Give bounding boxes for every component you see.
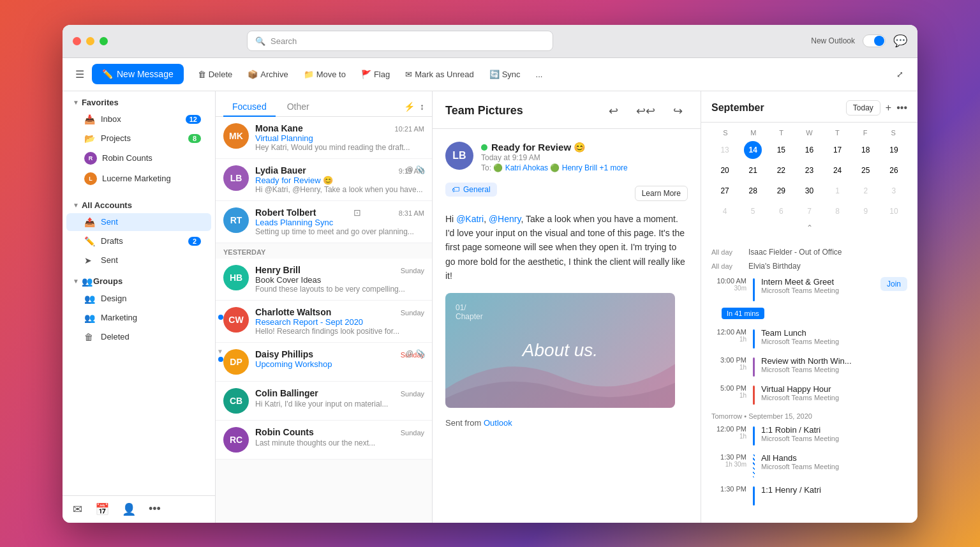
search-bar[interactable]: 🔍 Search — [247, 31, 553, 51]
email-reader-title: Team Pictures — [445, 104, 596, 117]
notification-icon[interactable]: 💬 — [893, 34, 907, 48]
cal-day[interactable]: 3 — [885, 182, 903, 200]
favorites-section[interactable]: ▼ Favorites — [63, 91, 215, 110]
cal-day[interactable]: 19 — [885, 141, 903, 159]
email-item[interactable]: LB Lydia Bauer 9:19 AM Ready for Review … — [216, 159, 432, 201]
cal-day[interactable]: 23 — [800, 161, 818, 179]
join-button[interactable]: Join — [880, 277, 907, 291]
reply-all-button[interactable]: ↩↩ — [631, 101, 660, 121]
mark-unread-button[interactable]: ✉ Mark as Unread — [399, 66, 480, 83]
calendar-event: 10:00 AM 30m Intern Meet & Greet Microso… — [701, 273, 917, 305]
mention-katri[interactable]: @Katri — [456, 214, 484, 224]
cal-day[interactable]: 17 — [829, 141, 847, 159]
outlook-link[interactable]: Outlook — [484, 418, 512, 428]
contacts-nav-icon[interactable]: 👤 — [122, 502, 136, 516]
reply-button[interactable]: ↩ — [604, 101, 623, 121]
mention-henry[interactable]: @Henry — [489, 214, 521, 224]
cal-day[interactable]: 1 — [829, 182, 847, 200]
calendar-grid: S M T W T F S 13 14 15 16 17 18 19 20 — [701, 123, 917, 240]
sidebar-item-sent-sub[interactable]: ➤ Sent — [66, 251, 211, 269]
cal-day[interactable]: 18 — [857, 141, 875, 159]
move-to-button[interactable]: 📁 Move to — [297, 66, 352, 83]
cal-day[interactable]: 30 — [800, 182, 818, 200]
email-item[interactable]: MK Mona Kane 10:21 AM Virtual Planning H… — [216, 117, 432, 159]
cal-day[interactable]: 5 — [744, 202, 762, 220]
cal-day[interactable]: 26 — [885, 161, 903, 179]
cal-day[interactable]: 2 — [857, 182, 875, 200]
new-message-button[interactable]: ✏️ New Message — [92, 64, 184, 84]
sidebar-item-lucerne[interactable]: L Lucerne Marketing — [66, 169, 211, 188]
sidebar-item-robin[interactable]: R Robin Counts — [66, 149, 211, 168]
sidebar-item-design[interactable]: 👥 Design — [66, 290, 211, 308]
email-item[interactable]: RT Robert Tolbert ⊡ 8:31 AM Leads Planni… — [216, 201, 432, 243]
message-from: Ready for Review 😊 — [481, 142, 628, 153]
sidebar-item-deleted[interactable]: 🗑 Deleted — [66, 328, 211, 346]
learn-more-button[interactable]: Learn More — [635, 186, 688, 201]
today-button[interactable]: Today — [846, 100, 880, 116]
sidebar-item-sent[interactable]: 📤 Sent — [66, 213, 211, 231]
cal-day[interactable]: 9 — [857, 202, 875, 220]
focused-tab[interactable]: Focused — [223, 98, 276, 117]
cal-day[interactable]: 16 — [800, 141, 818, 159]
calendar-events: All day Isaac Fielder - Out of Office Al… — [701, 240, 917, 523]
minimize-button[interactable] — [86, 37, 94, 45]
email-item[interactable]: CB Colin Ballinger Sunday Hi Katri, I'd … — [216, 382, 432, 421]
flag-button[interactable]: 🚩 Flag — [355, 66, 396, 83]
cal-day[interactable]: 4 — [716, 202, 734, 220]
sidebar-item-drafts[interactable]: ✏️ Drafts 2 — [66, 232, 211, 250]
cal-day[interactable]: 21 — [744, 161, 762, 179]
all-accounts-section[interactable]: ▼ All Accounts — [63, 194, 215, 213]
other-tab[interactable]: Other — [278, 98, 318, 117]
cal-day[interactable]: 13 — [716, 141, 734, 159]
cal-day[interactable]: 10 — [885, 202, 903, 220]
cal-day[interactable]: 8 — [829, 202, 847, 220]
cal-day[interactable]: 20 — [716, 161, 734, 179]
filter-button[interactable]: ⚡ — [404, 101, 415, 112]
allday-event: All day Isaac Fielder - Out of Office — [701, 245, 917, 259]
sidebar-item-projects[interactable]: 📂 Projects 8 — [66, 130, 211, 147]
mail-nav-icon[interactable]: ✉ — [73, 502, 82, 516]
reader-header: Team Pictures ↩ ↩↩ ↪ — [433, 91, 701, 129]
sidebar-item-inbox[interactable]: 📥 Inbox 12 — [66, 110, 211, 128]
sync-button[interactable]: 🔄 Sync — [483, 66, 527, 83]
calendar-more-button[interactable]: ••• — [896, 102, 907, 114]
archive-icon: 📦 — [248, 70, 258, 79]
email-content: Robin Counts Sunday Last minute thoughts… — [255, 427, 424, 447]
email-item[interactable]: HB Henry Brill Sunday Book Cover Ideas F… — [216, 259, 432, 301]
cal-day[interactable]: 25 — [857, 161, 875, 179]
cal-day[interactable]: 24 — [829, 161, 847, 179]
close-button[interactable] — [73, 37, 81, 45]
calendar-collapse-chevron[interactable]: ⌃ — [711, 221, 907, 235]
cal-day[interactable]: 7 — [800, 202, 818, 220]
cal-day[interactable]: 6 — [772, 202, 790, 220]
sidebar-item-marketing[interactable]: 👥 Marketing — [66, 309, 211, 327]
email-item[interactable]: CW Charlotte Waltson Sunday Research Rep… — [216, 301, 432, 343]
cal-day[interactable]: 29 — [772, 182, 790, 200]
general-row: 🏷 General Learn More — [445, 183, 688, 204]
archive-button[interactable]: 📦 Archive — [241, 66, 294, 83]
cal-day[interactable]: 28 — [744, 182, 762, 200]
email-item[interactable]: DP Daisy Phillips Sunday Upcoming Worksh… — [216, 343, 432, 382]
calendar-nav-icon[interactable]: 📅 — [95, 502, 109, 516]
deleted-icon: 🗑 — [84, 332, 96, 342]
email-item[interactable]: RC Robin Counts Sunday Last minute thoug… — [216, 421, 432, 460]
delete-button[interactable]: 🗑 Delete — [191, 66, 239, 83]
more-nav-icon[interactable]: ••• — [149, 502, 161, 516]
calendar-event: 5:00 PM 1h Virtual Happy Hour Microsoft … — [701, 380, 917, 408]
toolbar: ☰ ✏️ New Message 🗑 Delete 📦 Archive 📁 Mo… — [63, 58, 917, 91]
calendar-header: September Today + ••• — [701, 91, 917, 123]
hamburger-button[interactable]: ☰ — [70, 64, 89, 84]
sort-button[interactable]: ↕ — [420, 101, 424, 112]
more-button[interactable]: ... — [530, 66, 549, 83]
cal-day-today[interactable]: 14 — [744, 141, 762, 159]
email-items: MK Mona Kane 10:21 AM Virtual Planning H… — [216, 117, 432, 523]
forward-button[interactable]: ↪ — [668, 101, 688, 121]
expand-button[interactable]: ⤢ — [890, 66, 910, 83]
fullscreen-button[interactable] — [100, 37, 108, 45]
cal-day[interactable]: 22 — [772, 161, 790, 179]
cal-day[interactable]: 15 — [772, 141, 790, 159]
new-outlook-toggle[interactable] — [863, 34, 886, 47]
groups-section[interactable]: ▼ 👥 Groups — [63, 270, 215, 289]
cal-day[interactable]: 27 — [716, 182, 734, 200]
add-event-button[interactable]: + — [886, 102, 891, 114]
